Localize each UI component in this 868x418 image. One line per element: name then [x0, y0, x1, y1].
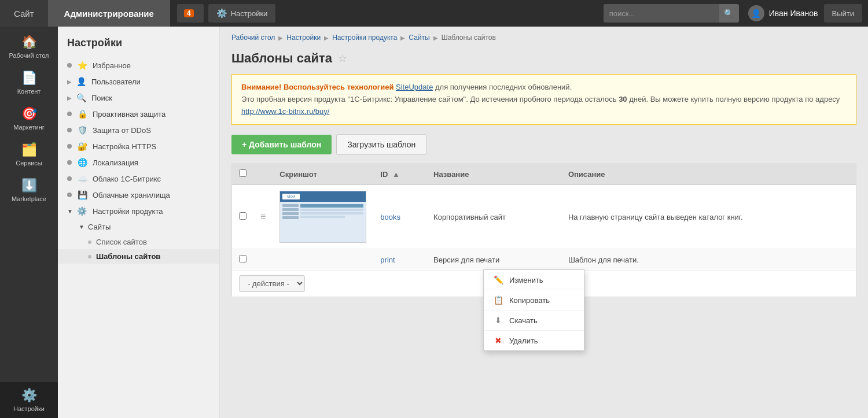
sidebar-item-marketing-label: Маркетинг [13, 124, 44, 131]
template-id-link[interactable]: print [380, 256, 395, 264]
marketing-icon: 🎯 [21, 106, 37, 121]
screenshot-cell: МОЙ [273, 185, 373, 249]
sidebar-item-settings[interactable]: ⚙️ Настройки [0, 382, 58, 418]
menu-item-sites[interactable]: ▼ Сайты [58, 219, 219, 235]
breadcrumb-sep: ▶ [400, 35, 405, 41]
search-input[interactable] [604, 4, 719, 23]
row-checkbox-cell [232, 249, 253, 271]
sidebar-item-desktop[interactable]: 🏠 Рабочий стол [0, 29, 58, 65]
dot-icon [67, 63, 72, 68]
product-settings-label: Настройки продукта [93, 207, 163, 216]
sidebar-item-settings-label: Настройки [13, 405, 45, 412]
select-all-checkbox[interactable] [239, 169, 247, 177]
breadcrumb: Рабочий стол ▶ Настройки ▶ Настройки про… [220, 27, 868, 46]
storage-label: Облачные хранилища [93, 191, 170, 199]
ddos-label: Защита от DDoS [93, 126, 151, 135]
dot-icon [67, 176, 72, 181]
search-button[interactable]: 🔍 [719, 4, 739, 23]
context-menu-download[interactable]: ⬇ Скачать [484, 310, 584, 331]
menu-item-locale[interactable]: 🌐 Локализация [58, 154, 219, 171]
locale-icon: 🌐 [76, 158, 88, 167]
context-menu-delete-label: Удалить [509, 336, 538, 345]
arrow-icon: ▶ [67, 95, 72, 101]
row-checkbox-cell [232, 185, 253, 249]
context-menu-edit[interactable]: ✏️ Изменить [484, 270, 584, 290]
buy-link[interactable]: http://www.1c-bitrix.ru/buy/ [241, 107, 329, 116]
settings-icon: ⚙️ [21, 388, 37, 403]
row-checkbox[interactable] [239, 255, 247, 262]
site-button[interactable]: Сайт [0, 0, 48, 27]
sidebar-item-content-label: Контент [17, 88, 41, 95]
admin-button[interactable]: Администрирование [48, 0, 170, 27]
menu-item-site-templates[interactable]: Шаблоны сайтов [58, 249, 219, 264]
breadcrumb-settings[interactable]: Настройки [286, 34, 321, 42]
drag-handle[interactable]: ≡ [253, 185, 273, 249]
favorite-star-icon[interactable]: ☆ [338, 52, 347, 65]
upload-template-button[interactable]: Загрузить шаблон [336, 134, 426, 155]
dot-icon [67, 144, 72, 149]
sidebar-item-desktop-label: Рабочий стол [9, 52, 49, 59]
context-menu-download-label: Скачать [509, 316, 538, 325]
sidebar-item-content[interactable]: 📄 Контент [0, 65, 58, 101]
row-description: Шаблон для печати. [561, 249, 856, 271]
menu-item-sites-list[interactable]: Список сайтов [58, 235, 219, 249]
edit-icon: ✏️ [492, 275, 505, 284]
sites-list-label: Список сайтов [96, 238, 147, 246]
menu-item-favorites[interactable]: ⭐ Избранное [58, 57, 219, 73]
topbar-settings-button[interactable]: ⚙️ Настройки [208, 4, 276, 23]
menu-item-users[interactable]: ▶ 👤 Пользователи [58, 73, 219, 90]
sidebar-item-marketplace[interactable]: ⬇️ Marketplace [0, 172, 58, 208]
cloud-label: Облако 1С-Битрикс [93, 175, 161, 183]
dot-icon [67, 128, 72, 132]
menu-item-cloud[interactable]: ☁️ Облако 1С-Битрикс [58, 171, 219, 187]
proactive-icon: 🔒 [76, 109, 88, 119]
content-icon: 📄 [21, 71, 37, 86]
breadcrumb-product-settings[interactable]: Настройки продукта [332, 34, 397, 42]
breadcrumb-sites[interactable]: Сайты [409, 34, 429, 42]
services-icon: 🗂️ [21, 142, 37, 157]
drag-handle[interactable] [253, 249, 273, 271]
breadcrumb-desktop[interactable]: Рабочий стол [231, 34, 275, 42]
context-menu: ✏️ Изменить 📋 Копировать ⬇ Скачать ✖ Уда… [483, 269, 584, 351]
add-template-button[interactable]: + Добавить шаблон [231, 135, 332, 154]
menu-item-storage[interactable]: 💾 Облачные хранилища [58, 187, 219, 203]
col-id[interactable]: ID ▲ [373, 164, 426, 185]
siteupdate-link[interactable]: SiteUpdate [396, 83, 433, 91]
product-settings-icon: ⚙️ [76, 206, 88, 216]
arrow-icon: ▶ [67, 79, 72, 85]
col-drag [253, 164, 273, 185]
notifications-button[interactable]: 4 [177, 4, 204, 23]
user-info: 👤 Иван Иванов [748, 5, 818, 21]
notice-days: 30 [619, 95, 627, 103]
col-description: Описание [561, 164, 856, 185]
menu-item-product-settings[interactable]: ▼ ⚙️ Настройки продукта [58, 203, 219, 219]
row-name: Версия для печати [426, 249, 561, 271]
row-id: books [373, 185, 426, 249]
table-row: print Версия для печати Шаблон для печат… [232, 249, 856, 271]
notice-prefix: Внимание! Воспользуйтесь технологией [241, 83, 396, 91]
sidebar-item-services[interactable]: 🗂️ Сервисы [0, 136, 58, 172]
gear-icon: ⚙️ [216, 8, 227, 19]
context-menu-delete[interactable]: ✖ Удалить [484, 331, 584, 350]
marketplace-icon: ⬇️ [21, 178, 37, 193]
main-content: Рабочий стол ▶ Настройки ▶ Настройки про… [220, 27, 868, 418]
menu-item-search[interactable]: ▶ 🔍 Поиск [58, 90, 219, 106]
menu-item-https[interactable]: 🔐 Настройка HTTPS [58, 138, 219, 154]
sidebar-item-marketing[interactable]: 🎯 Маркетинг [0, 101, 58, 136]
arrow-down-icon: ▼ [79, 224, 84, 230]
download-icon: ⬇ [492, 316, 505, 325]
actions-dropdown[interactable]: - действия - [239, 275, 305, 292]
sidebar-item-services-label: Сервисы [16, 160, 42, 167]
arrow-down-icon: ▼ [67, 208, 73, 214]
menu-item-proactive[interactable]: 🔒 Проактивная защита [58, 106, 219, 122]
search-icon: 🔍 [75, 93, 87, 102]
settings-menu-title: Настройки [58, 32, 219, 57]
template-id-link[interactable]: books [380, 213, 400, 221]
row-checkbox[interactable] [239, 212, 247, 220]
notice-body2: дней. Вы можете купить полную версию про… [629, 95, 840, 103]
dot-icon [88, 241, 91, 244]
logout-button[interactable]: Выйти [824, 4, 863, 23]
context-menu-copy[interactable]: 📋 Копировать [484, 290, 584, 310]
row-id: print [373, 249, 426, 271]
menu-item-ddos[interactable]: 🛡️ Защита от DDoS [58, 122, 219, 138]
